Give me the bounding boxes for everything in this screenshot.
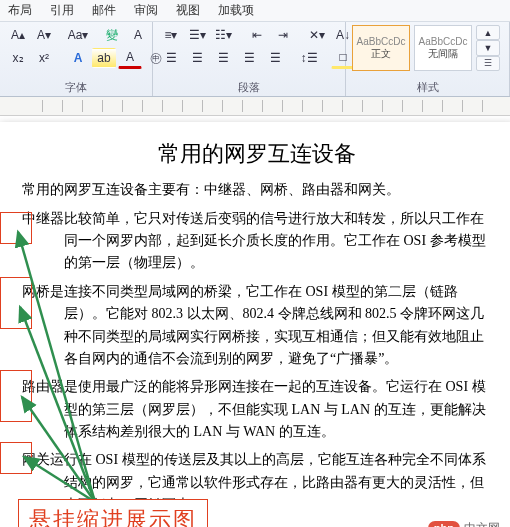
superscript-button[interactable]: x² bbox=[32, 48, 56, 68]
annotation-box bbox=[0, 442, 32, 474]
tab-layout[interactable]: 布局 bbox=[8, 2, 32, 19]
change-case-button[interactable]: Aa▾ bbox=[66, 25, 90, 45]
bullets-button[interactable]: ≡▾ bbox=[159, 25, 183, 45]
tab-view[interactable]: 视图 bbox=[176, 2, 200, 19]
shrink-font-button[interactable]: A▾ bbox=[32, 25, 56, 45]
doc-title: 常用的网罗互连设备 bbox=[22, 136, 492, 171]
numbering-button[interactable]: ☰▾ bbox=[185, 25, 209, 45]
style-normal[interactable]: AaBbCcDc 正文 bbox=[352, 25, 410, 71]
font-group-label: 字体 bbox=[6, 79, 146, 95]
paragraph-repeater: 中继器比较简单，它只对传送后变弱的信号进行放大和转发，所以只工作在同一个网罗内部… bbox=[22, 208, 492, 275]
phonetic-guide-button[interactable]: 變 bbox=[100, 25, 124, 45]
document-page: 常用的网罗互连设备 常用的网罗互连设备主要有：中继器、网桥、路由器和网关。 中继… bbox=[0, 122, 510, 527]
style-nospace-preview: AaBbCcDc bbox=[419, 36, 468, 47]
paragraph-group: ≡▾ ☰▾ ☷▾ ⇤ ⇥ ✕▾ A↓ ¶ ☰ ☰ ☰ ☰ ☰ ↕☰ □ bbox=[153, 22, 346, 96]
paragraph-group-label: 段落 bbox=[159, 79, 339, 95]
align-right-button[interactable]: ☰ bbox=[211, 48, 235, 68]
styles-scroll-up[interactable]: ▲ bbox=[476, 25, 500, 40]
paragraph-bridge: 网桥是连接不同类型局域网的桥梁，它工作在 OSI 模型的第二层（链路层）。它能对… bbox=[22, 281, 492, 371]
styles-scroll: ▲ ▼ ☰ bbox=[476, 25, 488, 71]
paragraph-intro: 常用的网罗互连设备主要有：中继器、网桥、路由器和网关。 bbox=[22, 179, 492, 201]
asian-layout-button[interactable]: ✕▾ bbox=[305, 25, 329, 45]
clear-formatting-button[interactable]: A bbox=[126, 25, 150, 45]
styles-group: AaBbCcDc 正文 AaBbCcDc 无间隔 ▲ ▼ ☰ 样式 bbox=[346, 22, 510, 96]
annotation-box bbox=[0, 277, 32, 329]
align-justify-button[interactable]: ☰ bbox=[237, 48, 261, 68]
style-no-spacing[interactable]: AaBbCcDc 无间隔 bbox=[414, 25, 472, 71]
align-center-button[interactable]: ☰ bbox=[185, 48, 209, 68]
multilevel-list-button[interactable]: ☷▾ bbox=[211, 25, 235, 45]
styles-scroll-down[interactable]: ▼ bbox=[476, 40, 500, 55]
watermark-brand: php 中文网 bbox=[428, 520, 500, 527]
tab-references[interactable]: 引用 bbox=[50, 2, 74, 19]
ribbon-tab-strip: 布局 引用 邮件 审阅 视图 加载项 bbox=[0, 0, 510, 22]
brand-text: 中文网 bbox=[464, 520, 500, 527]
text-effects-button[interactable]: A bbox=[66, 48, 90, 68]
font-group: A▴ A▾ Aa▾ 變 A x₂ x² A ab A ㊥ 字体 bbox=[0, 22, 153, 96]
styles-group-label: 样式 bbox=[352, 79, 503, 95]
style-nospace-label: 无间隔 bbox=[428, 47, 458, 61]
increase-indent-button[interactable]: ⇥ bbox=[271, 25, 295, 45]
horizontal-ruler[interactable] bbox=[0, 97, 510, 116]
subscript-button[interactable]: x₂ bbox=[6, 48, 30, 68]
decrease-indent-button[interactable]: ⇤ bbox=[245, 25, 269, 45]
annotation-box bbox=[0, 370, 32, 422]
style-normal-label: 正文 bbox=[371, 47, 391, 61]
align-left-button[interactable]: ☰ bbox=[159, 48, 183, 68]
paragraph-router: 路由器是使用最广泛的能将异形网连接在一起的互连设备。它运行在 OSI 模型的第三… bbox=[22, 376, 492, 443]
line-spacing-button[interactable]: ↕☰ bbox=[297, 48, 321, 68]
brand-logo: php bbox=[428, 521, 460, 527]
ribbon: A▴ A▾ Aa▾ 變 A x₂ x² A ab A ㊥ 字体 ≡ bbox=[0, 22, 510, 97]
highlight-button[interactable]: ab bbox=[92, 48, 116, 68]
tab-mailings[interactable]: 邮件 bbox=[92, 2, 116, 19]
grow-font-button[interactable]: A▴ bbox=[6, 25, 30, 45]
annotation-caption: 悬挂缩进展示图 bbox=[18, 499, 208, 527]
style-normal-preview: AaBbCcDc bbox=[357, 36, 406, 47]
align-distributed-button[interactable]: ☰ bbox=[263, 48, 287, 68]
styles-expand[interactable]: ☰ bbox=[476, 56, 500, 71]
tab-review[interactable]: 审阅 bbox=[134, 2, 158, 19]
annotation-box bbox=[0, 212, 32, 244]
font-color-button[interactable]: A bbox=[118, 47, 142, 69]
tab-addins[interactable]: 加载项 bbox=[218, 2, 254, 19]
